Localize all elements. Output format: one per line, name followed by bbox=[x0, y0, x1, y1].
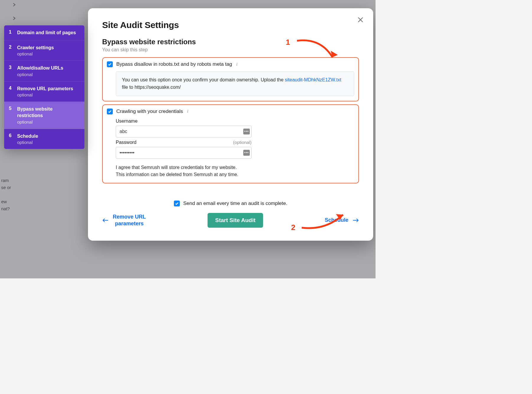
username-input[interactable] bbox=[116, 126, 252, 137]
credentials-agree-text: I agree that Semrush will store credenti… bbox=[116, 164, 240, 178]
modal-title: Site Audit Settings bbox=[102, 20, 359, 30]
username-label: Username bbox=[116, 119, 138, 124]
step-subtitle: optional bbox=[17, 92, 79, 97]
password-input[interactable] bbox=[116, 147, 252, 159]
arrow-right-icon bbox=[353, 218, 359, 223]
sidebar-step-4[interactable]: 4 Remove URL parameters optional bbox=[4, 81, 84, 102]
arrow-left-icon bbox=[102, 218, 109, 223]
step-title: Domain and limit of pages bbox=[17, 29, 79, 36]
step-number: 1 bbox=[9, 29, 17, 36]
start-audit-button[interactable]: Start Site Audit bbox=[208, 213, 263, 228]
step-subtitle: optional bbox=[17, 51, 79, 56]
credentials-label: Crawling with your credentials bbox=[116, 109, 183, 114]
step-number: 2 bbox=[9, 45, 17, 57]
ownership-hint: You can use this option once you confirm… bbox=[116, 71, 354, 96]
password-label: Password bbox=[116, 140, 136, 145]
sidebar-step-3[interactable]: 3 Allow/disallow URLs optional bbox=[4, 61, 84, 81]
step-number: 6 bbox=[9, 133, 17, 145]
close-icon[interactable] bbox=[357, 16, 364, 25]
prev-step-link[interactable]: Remove URLparameters bbox=[102, 214, 146, 227]
step-title: Remove URL parameters bbox=[17, 86, 79, 92]
input-keystore-icon[interactable]: ••• bbox=[243, 150, 250, 156]
wizard-sidebar: 1 Domain and limit of pages 2 Crawler se… bbox=[4, 25, 84, 149]
sidebar-step-6[interactable]: 6 Schedule optional bbox=[4, 129, 84, 149]
password-optional-tag: (optional) bbox=[233, 140, 252, 145]
step-title: Crawler settings bbox=[17, 45, 79, 51]
section-subheading: You can skip this step bbox=[102, 47, 359, 52]
step-subtitle: optional bbox=[17, 119, 79, 124]
sidebar-step-5[interactable]: 5 Bypass website restrictions optional bbox=[4, 102, 84, 129]
info-icon[interactable]: i bbox=[187, 109, 188, 114]
bypass-robots-checkbox[interactable] bbox=[107, 61, 113, 67]
verification-file-link[interactable]: siteaudit-MDhkNzE1ZW.txt bbox=[285, 77, 341, 82]
next-step-link[interactable]: Schedule bbox=[325, 217, 359, 223]
step-number: 3 bbox=[9, 65, 17, 77]
email-notify-checkbox[interactable] bbox=[174, 201, 180, 206]
sidebar-step-2[interactable]: 2 Crawler settings optional bbox=[4, 40, 84, 61]
bypass-robots-label: Bypass disallow in robots.txt and by rob… bbox=[116, 61, 232, 67]
input-keystore-icon[interactable]: ••• bbox=[243, 129, 250, 134]
credentials-checkbox[interactable] bbox=[107, 109, 113, 114]
step-number: 4 bbox=[9, 86, 17, 98]
step-subtitle: optional bbox=[17, 72, 79, 77]
sidebar-step-1[interactable]: 1 Domain and limit of pages bbox=[4, 25, 84, 40]
step-title: Allow/disallow URLs bbox=[17, 65, 79, 71]
settings-modal: Site Audit Settings Bypass website restr… bbox=[88, 8, 373, 241]
email-notify-label: Send an email every time an audit is com… bbox=[183, 201, 287, 206]
info-icon[interactable]: i bbox=[236, 62, 237, 67]
step-number: 5 bbox=[9, 106, 17, 124]
bypass-robots-section: Bypass disallow in robots.txt and by rob… bbox=[102, 57, 359, 101]
step-subtitle: optional bbox=[17, 140, 79, 145]
step-title: Bypass website restrictions bbox=[17, 106, 79, 119]
prev-step-label: Remove URLparameters bbox=[113, 214, 146, 227]
next-step-label: Schedule bbox=[325, 217, 348, 223]
credentials-section: Crawling with your credentials i Usernam… bbox=[102, 104, 359, 183]
section-heading: Bypass website restrictions bbox=[102, 38, 359, 46]
step-title: Schedule bbox=[17, 133, 79, 139]
